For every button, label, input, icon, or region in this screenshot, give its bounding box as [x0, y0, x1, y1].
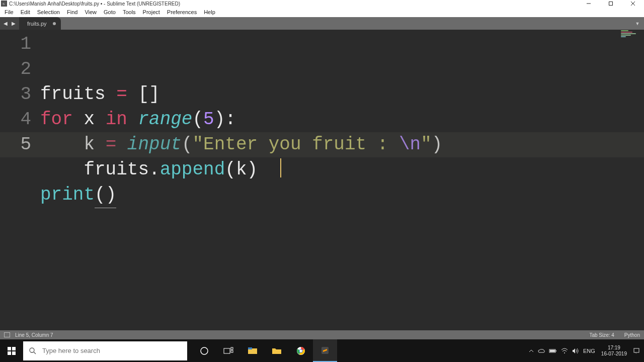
status-bar: Line 5, Column 7 Tab Size: 4 Python	[0, 330, 644, 339]
code-token: ):	[214, 109, 236, 130]
window-controls	[578, 0, 644, 7]
windows-taskbar: ENG 17:19 16-07-2019	[0, 339, 644, 362]
line-number: 4	[0, 107, 31, 132]
menu-help[interactable]: Help	[200, 9, 219, 15]
tray-datetime[interactable]: 17:19 16-07-2019	[599, 345, 629, 357]
task-view-icon[interactable]	[216, 339, 240, 362]
chrome-icon[interactable]	[289, 339, 313, 362]
app-icon: S	[1, 1, 7, 7]
svg-point-10	[30, 348, 34, 352]
code-token: =	[116, 84, 127, 105]
code-token: 5	[203, 109, 214, 130]
code-token: []	[127, 84, 160, 105]
minimap-line	[621, 30, 628, 31]
menu-edit[interactable]: Edit	[17, 9, 34, 15]
menu-view[interactable]: View	[81, 9, 100, 15]
code-token: range	[138, 109, 192, 130]
minimap-line	[621, 36, 626, 37]
taskbar-search[interactable]	[23, 341, 187, 360]
tray-time: 17:19	[601, 345, 627, 351]
start-button[interactable]	[0, 339, 23, 362]
status-position[interactable]: Line 5, Column 7	[15, 332, 53, 338]
tab-fruits[interactable]: fruits.py	[19, 17, 61, 30]
minimap[interactable]	[619, 30, 644, 40]
minimap-line	[621, 33, 636, 34]
code-token: x	[73, 109, 106, 130]
tab-strip: ◀▶ fruits.py ▼	[0, 17, 644, 30]
tab-label: fruits.py	[27, 21, 47, 27]
svg-point-26	[564, 352, 565, 353]
menu-preferences[interactable]: Preferences	[164, 9, 200, 15]
code-token: fruits	[40, 84, 116, 105]
code-token: print	[40, 185, 95, 205]
status-language[interactable]: Python	[624, 332, 640, 338]
code-content[interactable]: fruits = [] for x in range(5): k = input…	[40, 30, 644, 330]
svg-rect-15	[231, 350, 233, 352]
svg-rect-7	[12, 347, 16, 350]
battery-icon[interactable]	[549, 348, 557, 353]
text-cursor-icon	[280, 158, 281, 177]
menu-file[interactable]: File	[1, 9, 17, 15]
active-line-highlight	[0, 132, 644, 157]
line-number: 1	[0, 32, 31, 57]
code-token: (	[192, 109, 203, 130]
search-input[interactable]	[42, 347, 187, 354]
svg-point-21	[300, 349, 302, 352]
file-explorer-icon[interactable]	[240, 339, 265, 362]
status-tabsize[interactable]: Tab Size: 4	[589, 332, 614, 338]
minimize-button[interactable]	[578, 0, 600, 7]
menu-goto[interactable]: Goto	[100, 9, 119, 15]
svg-rect-24	[555, 350, 556, 351]
svg-rect-8	[8, 351, 11, 355]
menu-bar: File Edit Selection Find View Goto Tools…	[0, 7, 644, 17]
menu-selection[interactable]: Selection	[34, 9, 63, 15]
code-token: (k)	[225, 159, 258, 180]
onedrive-icon[interactable]	[538, 348, 545, 353]
nav-fwd-icon[interactable]: ▶	[11, 21, 17, 26]
menu-find[interactable]: Find	[63, 9, 81, 15]
code-token: for	[40, 109, 73, 130]
svg-rect-3	[609, 2, 613, 6]
svg-rect-17	[248, 347, 252, 349]
line-number-gutter: 1 2 3 4 5	[0, 30, 40, 330]
svg-text:S: S	[3, 2, 5, 6]
window-title-bar: S C:\Users\Manish Anhal\Desktop\fruits.p…	[0, 0, 644, 7]
taskbar-apps	[192, 339, 337, 362]
svg-rect-9	[12, 351, 16, 355]
code-token: ()	[95, 183, 116, 208]
window-title: C:\Users\Manish Anhal\Desktop\fruits.py …	[9, 1, 180, 7]
code-token: fruits	[40, 159, 149, 180]
wifi-icon[interactable]	[561, 348, 568, 354]
line-number: 3	[0, 82, 31, 107]
line-number: 2	[0, 57, 31, 82]
menu-tools[interactable]: Tools	[119, 9, 139, 15]
notifications-icon[interactable]	[633, 347, 640, 354]
editor-area[interactable]: 1 2 3 4 5 fruits = [] for x in range(5):…	[0, 30, 644, 330]
svg-rect-13	[224, 348, 230, 353]
close-button[interactable]	[622, 0, 644, 7]
maximize-button[interactable]	[600, 0, 622, 7]
code-token: append	[160, 159, 225, 180]
tray-date: 16-07-2019	[601, 351, 627, 357]
tab-overflow-dropdown[interactable]: ▼	[633, 17, 642, 30]
sublime-text-icon[interactable]	[313, 339, 337, 362]
code-token: .	[149, 159, 160, 180]
folder-icon[interactable]	[265, 339, 289, 362]
language-indicator[interactable]: ENG	[583, 348, 595, 354]
tab-nav-arrows[interactable]: ◀▶	[0, 17, 19, 30]
cortana-icon[interactable]	[192, 339, 216, 362]
svg-point-12	[201, 347, 208, 354]
svg-rect-25	[550, 350, 555, 352]
code-token	[127, 109, 138, 130]
sidebar-toggle-icon[interactable]	[4, 332, 10, 337]
volume-icon[interactable]	[572, 348, 579, 354]
search-icon	[23, 347, 42, 355]
svg-rect-14	[231, 347, 233, 349]
menu-project[interactable]: Project	[139, 9, 164, 15]
minimap-line	[621, 35, 631, 36]
tray-chevron-up-icon[interactable]	[529, 348, 534, 353]
nav-back-icon[interactable]: ◀	[3, 21, 9, 26]
svg-rect-6	[8, 347, 11, 350]
svg-rect-27	[634, 348, 639, 352]
dirty-indicator-icon	[53, 22, 56, 25]
